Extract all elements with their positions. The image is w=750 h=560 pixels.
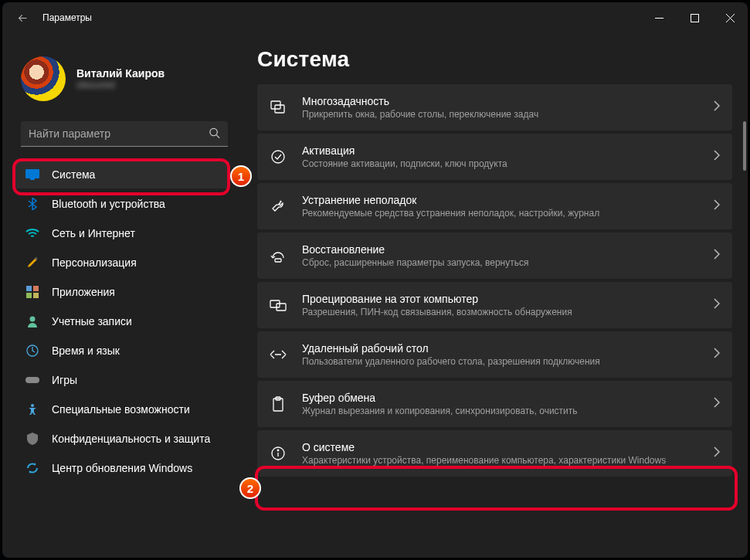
svg-point-4 xyxy=(210,128,217,135)
tile-title: О системе xyxy=(302,441,698,453)
clipboard-icon xyxy=(270,395,287,412)
settings-window: Параметры Виталий Каиров obscured xyxy=(2,2,748,558)
sidebar-item-label: Центр обновления Windows xyxy=(52,462,192,474)
sidebar-item-accessibility[interactable]: Специальные возможности xyxy=(15,395,229,423)
profile-name: Виталий Каиров xyxy=(76,67,165,80)
tile-multitasking[interactable]: МногозадачностьПрикрепить окна, рабочие … xyxy=(257,84,732,131)
multitask-icon xyxy=(270,99,287,116)
profile-block[interactable]: Виталий Каиров obscured xyxy=(8,33,236,117)
search-box[interactable] xyxy=(21,121,228,147)
back-button[interactable] xyxy=(15,10,30,25)
project-icon xyxy=(270,297,287,314)
sidebar-item-apps[interactable]: Приложения xyxy=(15,278,229,306)
tile-sub: Разрешения, ПИН-код связывания, возможно… xyxy=(302,307,698,317)
tile-title: Удаленный рабочий стол xyxy=(302,342,698,355)
svg-rect-10 xyxy=(33,286,39,291)
tile-clipboard[interactable]: Буфер обменаЖурнал вырезания и копирован… xyxy=(257,381,732,427)
sidebar-item-label: Конфиденциальность и защита xyxy=(52,433,210,445)
svg-point-27 xyxy=(277,450,279,451)
svg-rect-15 xyxy=(25,377,39,383)
svg-rect-11 xyxy=(26,293,32,298)
chevron-right-icon xyxy=(714,446,720,460)
svg-rect-1 xyxy=(691,14,698,22)
sidebar-item-label: Персонализация xyxy=(52,256,137,269)
tile-title: Активация xyxy=(302,144,698,157)
apps-icon xyxy=(25,285,39,299)
remote-icon xyxy=(270,346,287,363)
sidebar-item-label: Bluetooth и устройства xyxy=(52,198,165,210)
search-input[interactable] xyxy=(21,121,228,147)
chevron-right-icon xyxy=(714,298,720,312)
wrench-icon xyxy=(270,198,287,215)
titlebar: Параметры xyxy=(2,2,748,33)
sidebar-item-gaming[interactable]: Игры xyxy=(15,366,229,394)
tile-sub: Пользователи удаленного рабочего стола, … xyxy=(302,356,698,367)
display-icon xyxy=(25,168,39,182)
svg-rect-7 xyxy=(30,178,35,180)
sidebar-item-label: Сеть и Интернет xyxy=(52,227,135,239)
annotation-number-2: 2 xyxy=(239,477,261,499)
sidebar-item-accounts[interactable]: Учетные записи xyxy=(15,307,229,335)
annotation-number-1: 1 xyxy=(230,165,252,187)
svg-point-13 xyxy=(30,317,36,322)
chevron-right-icon xyxy=(714,249,720,263)
chevron-right-icon xyxy=(714,100,720,114)
update-icon xyxy=(25,461,39,475)
sidebar-item-bluetooth[interactable]: Bluetooth и устройства xyxy=(15,190,229,218)
tile-about[interactable]: О системеХарактеристики устройства, пере… xyxy=(257,430,732,477)
profile-email: obscured xyxy=(76,80,165,90)
close-button[interactable] xyxy=(712,2,748,33)
sidebar-item-personalization[interactable]: Персонализация xyxy=(15,249,229,277)
tile-remote-desktop[interactable]: Удаленный рабочий столПользователи удале… xyxy=(257,331,732,378)
sidebar: Виталий Каиров obscured Система Bluetoot… xyxy=(2,33,242,558)
sidebar-item-system[interactable]: Система xyxy=(15,161,229,188)
info-icon xyxy=(270,445,287,462)
sidebar-item-label: Специальные возможности xyxy=(52,403,190,416)
scrollbar-thumb[interactable] xyxy=(743,121,746,171)
tile-title: Буфер обмена xyxy=(302,392,698,404)
bluetooth-icon xyxy=(25,197,39,211)
recovery-icon xyxy=(270,247,287,264)
maximize-button[interactable] xyxy=(677,2,712,33)
sidebar-item-update[interactable]: Центр обновления Windows xyxy=(15,454,229,482)
tile-troubleshoot[interactable]: Устранение неполадокРекомендуемые средст… xyxy=(257,183,732,229)
chevron-right-icon xyxy=(714,397,720,411)
window-title: Параметры xyxy=(42,12,92,23)
svg-rect-12 xyxy=(33,293,39,298)
brush-icon xyxy=(25,256,39,270)
chevron-right-icon xyxy=(714,348,720,361)
person-icon xyxy=(25,314,39,328)
tile-activation[interactable]: АктивацияСостояние активации, подписки, … xyxy=(257,134,732,180)
sidebar-item-time-language[interactable]: Время и язык xyxy=(15,337,229,365)
svg-rect-20 xyxy=(275,259,281,262)
sidebar-item-label: Учетные записи xyxy=(52,315,132,328)
tile-projecting[interactable]: Проецирование на этот компьютерРазрешени… xyxy=(257,282,732,328)
sidebar-item-label: Игры xyxy=(52,374,77,386)
globe-clock-icon xyxy=(25,344,39,358)
tile-sub: Журнал вырезания и копирования, синхрони… xyxy=(302,406,698,416)
main-content: Система МногозадачностьПрикрепить окна, … xyxy=(242,33,748,558)
gamepad-icon xyxy=(25,373,39,387)
svg-line-5 xyxy=(216,134,219,137)
tile-sub: Прикрепить окна, рабочие столы, переключ… xyxy=(302,109,698,120)
tile-title: Проецирование на этот компьютер xyxy=(302,293,698,305)
svg-point-16 xyxy=(31,404,34,407)
tile-sub: Характеристики устройства, переименовани… xyxy=(302,455,698,466)
avatar xyxy=(21,56,66,101)
tile-title: Устранение неполадок xyxy=(302,194,698,206)
accessibility-icon xyxy=(25,402,39,416)
minimize-button[interactable] xyxy=(641,2,677,33)
tile-recovery[interactable]: ВосстановлениеСброс, расширенные парамет… xyxy=(257,232,732,279)
chevron-right-icon xyxy=(714,199,720,213)
sidebar-item-privacy[interactable]: Конфиденциальность и защита xyxy=(15,425,229,453)
svg-rect-9 xyxy=(26,286,32,291)
chevron-right-icon xyxy=(714,150,720,164)
page-heading: Система xyxy=(257,47,732,72)
sidebar-item-label: Система xyxy=(52,168,95,181)
svg-point-19 xyxy=(272,151,284,163)
tile-sub: Состояние активации, подписки, ключ прод… xyxy=(302,158,698,169)
svg-rect-6 xyxy=(25,169,39,178)
tile-sub: Сброс, расширенные параметры запуска, ве… xyxy=(302,257,698,268)
wifi-icon xyxy=(25,226,39,240)
sidebar-item-network[interactable]: Сеть и Интернет xyxy=(15,219,229,247)
